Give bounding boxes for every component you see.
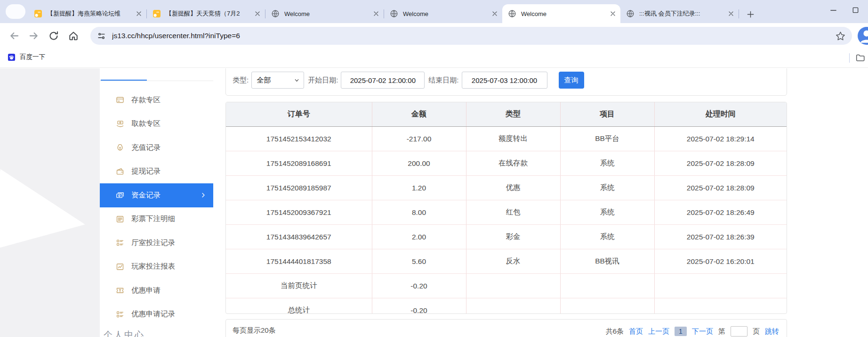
caret-down-icon xyxy=(294,77,300,83)
table-cell: 当前页统计 xyxy=(226,274,372,298)
plus-icon xyxy=(747,10,755,18)
sidebar-item-hall-bet-records[interactable]: 厅室投注记录 xyxy=(100,231,213,255)
sidebar-item-funds-records[interactable]: 资金记录 xyxy=(100,183,213,207)
table-header-row: 订单号金额类型项目处理时间 xyxy=(226,102,787,127)
records-table-panel: 订单号金额类型项目处理时间 1751452153412032-217.00额度转… xyxy=(225,102,787,314)
table-row: 17514520891859871.20优惠系统2025-07-02 18:28… xyxy=(226,176,787,200)
table-row: 总统计-0.20 xyxy=(226,298,787,314)
prev-page-link[interactable]: 上一页 xyxy=(648,327,669,336)
table-cell: 红包 xyxy=(466,200,560,225)
table-cell: 系统 xyxy=(560,200,654,225)
table-cell: 2025-07-02 18:28:09 xyxy=(654,176,787,200)
sidebar-item-deposit-zone[interactable]: 存款专区 xyxy=(100,88,213,112)
tab-4[interactable]: Welcome xyxy=(384,4,502,23)
table-cell: 优惠 xyxy=(466,176,560,200)
tab-search-button[interactable] xyxy=(6,4,25,19)
column-header: 项目 xyxy=(560,102,654,127)
bookmark-star-icon[interactable] xyxy=(836,31,845,41)
doc-lines-icon xyxy=(116,215,124,223)
tab-close-icon[interactable] xyxy=(491,10,498,17)
table-cell: 在线存款 xyxy=(466,151,560,176)
sidebar-item-lottery-bet-details[interactable]: 彩票下注明细 xyxy=(100,207,213,231)
reload-button[interactable] xyxy=(48,30,59,41)
chat-app-favicon xyxy=(34,9,42,18)
chart-icon xyxy=(116,263,124,271)
sidebar-item-recharge-records[interactable]: 充值记录 xyxy=(100,136,213,160)
table-row: 当前页统计-0.20 xyxy=(226,274,787,298)
bookmark-baidu[interactable]: 百度一下 xyxy=(8,53,45,61)
sidebar-item-withdrawal-records[interactable]: 提现记录 xyxy=(100,160,213,184)
tab-2[interactable]: 【新提醒】天天竞猜（7月2 xyxy=(147,4,265,23)
tab-6[interactable]: :::视讯 会员下注纪录::: xyxy=(620,4,739,23)
forward-button[interactable] xyxy=(28,30,40,41)
table-cell: 反水 xyxy=(466,249,560,274)
filter-panel: 类型: 全部 开始日期: 结束日期: 查询 xyxy=(225,68,787,96)
column-header: 类型 xyxy=(466,102,560,127)
sidebar-item-label: 取款专区 xyxy=(131,119,161,129)
sidebar-item-label: 优惠申请 xyxy=(131,286,161,296)
sidebar-item-label: 提现记录 xyxy=(131,166,161,176)
table-cell xyxy=(560,274,654,298)
address-bar[interactable]: js13.cc/hhcp/usercenter.html?iniType=6 xyxy=(90,27,852,45)
table-cell: 2025-07-02 18:28:09 xyxy=(654,151,787,176)
tab-close-icon[interactable] xyxy=(254,10,261,17)
current-page-chip[interactable]: 1 xyxy=(675,327,687,336)
sidebar-item-promo-apply-records[interactable]: 优惠申请记录 xyxy=(100,303,213,327)
jump-button[interactable]: 跳转 xyxy=(765,327,779,336)
table-cell: 系统 xyxy=(560,151,654,176)
url-text[interactable]: js13.cc/hhcp/usercenter.html?iniType=6 xyxy=(112,32,836,40)
tab-title: Welcome xyxy=(403,10,488,17)
sidebar-bottom-section-title: 个人中心 xyxy=(104,329,145,337)
tab-close-icon[interactable] xyxy=(135,10,143,17)
sidebar-item-label: 彩票下注明细 xyxy=(131,214,175,224)
table-cell: 2025-07-02 18:26:39 xyxy=(654,225,787,249)
back-button[interactable] xyxy=(8,30,20,41)
hand-note-icon xyxy=(116,120,124,128)
sidebar-title-divider xyxy=(100,81,213,81)
sidebar-item-promo-apply[interactable]: 优惠申请 xyxy=(100,279,213,303)
tab-bar: 【新提醒】海燕策略论坛维【新提醒】天天竞猜（7月2WelcomeWelcomeW… xyxy=(0,0,868,23)
start-date-input[interactable] xyxy=(341,72,425,89)
first-page-link[interactable]: 首页 xyxy=(629,327,643,336)
maximize-button[interactable] xyxy=(852,6,860,14)
page-content: 财务中心 存款专区取款专区充值记录提现记录资金记录彩票下注明细厅室投注记录玩家投… xyxy=(0,68,868,337)
tab-separator xyxy=(739,9,739,18)
table-cell: 2025-07-02 18:29:14 xyxy=(654,127,787,151)
tab-1[interactable]: 【新提醒】海燕策略论坛维 xyxy=(28,4,146,23)
total-count-text: 共6条 xyxy=(606,327,624,336)
site-info-icon[interactable] xyxy=(97,32,106,41)
profile-avatar[interactable] xyxy=(858,27,868,45)
jump-page-input[interactable] xyxy=(731,326,747,337)
home-button[interactable] xyxy=(68,30,79,41)
bookmarks-bar: 百度一下 xyxy=(0,49,868,68)
table-cell: 1.20 xyxy=(372,176,466,200)
tab-close-icon[interactable] xyxy=(372,10,380,17)
table-cell xyxy=(466,298,560,314)
tab-close-icon[interactable] xyxy=(609,10,617,17)
other-bookmarks-folder-icon[interactable] xyxy=(855,53,865,63)
end-date-input[interactable] xyxy=(462,72,547,89)
sidebar: 财务中心 存款专区取款专区充值记录提现记录资金记录彩票下注明细厅室投注记录玩家投… xyxy=(100,68,213,337)
browser-toolbar: js13.cc/hhcp/usercenter.html?iniType=6 xyxy=(0,23,868,49)
tab-3[interactable]: Welcome xyxy=(265,4,384,23)
decorative-triangle xyxy=(0,169,92,265)
table-cell: 8.00 xyxy=(372,200,466,225)
type-label: 类型: xyxy=(233,76,249,85)
new-tab-button[interactable] xyxy=(744,8,757,21)
sidebar-item-player-bet-report[interactable]: 玩家投注报表 xyxy=(100,255,213,279)
type-select[interactable]: 全部 xyxy=(251,72,304,89)
table-row: 17514444018173585.60反水BB视讯2025-07-02 16:… xyxy=(226,249,787,274)
table-cell: 2025-07-02 18:26:49 xyxy=(654,200,787,225)
sidebar-item-withdraw-zone[interactable]: 取款专区 xyxy=(100,112,213,136)
tab-close-icon[interactable] xyxy=(727,10,735,17)
table-cell: 系统 xyxy=(560,225,654,249)
table-cell: 额度转出 xyxy=(466,127,560,151)
money-bag-icon xyxy=(116,143,124,152)
next-page-link[interactable]: 下一页 xyxy=(692,327,713,336)
minimize-button[interactable] xyxy=(829,6,837,14)
table-cell: 1751452153412032 xyxy=(226,127,372,151)
search-button[interactable]: 查询 xyxy=(559,72,584,89)
table-cell xyxy=(466,274,560,298)
tab-5[interactable]: Welcome xyxy=(502,4,620,23)
column-header: 处理时间 xyxy=(654,102,787,127)
